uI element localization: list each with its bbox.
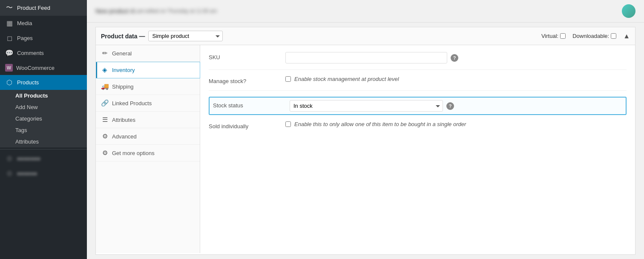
tab-label-inventory: Inventory — [112, 67, 135, 73]
sidebar-item-blurred2: ⚙ ■■■■■■ — [0, 166, 87, 181]
sold-individually-checkbox[interactable] — [285, 121, 291, 127]
product-data-label: Product data — — [101, 33, 145, 40]
collapse-button[interactable]: ▲ — [623, 32, 630, 40]
sku-control: ? — [285, 52, 627, 63]
manage-stock-area: Enable stock management at product level — [285, 76, 399, 82]
sidebar-item-label: Media — [17, 20, 32, 26]
inventory-tab-content: SKU ? Manage stock? Enable stock managem… — [200, 45, 635, 253]
general-icon: ✏ — [101, 49, 109, 57]
tab-inventory[interactable]: ◈ Inventory — [96, 62, 200, 78]
inventory-icon: ◈ — [101, 66, 109, 74]
tab-label-general: General — [112, 50, 132, 57]
stock-status-control: In stock Out of stock On backorder ? — [290, 100, 454, 112]
manage-stock-text: Enable stock management at product level — [294, 76, 399, 82]
sku-input[interactable] — [285, 52, 447, 63]
sidebar-item-product-feed[interactable]: 〜 Product Feed — [0, 0, 87, 16]
products-icon: ⬡ — [5, 78, 14, 86]
sidebar-item-label: Comments — [17, 50, 44, 56]
blurred-icon-2: ⚙ — [5, 170, 14, 178]
sidebar-subitem-add-new[interactable]: Add New — [0, 101, 87, 113]
linked-products-icon: 🔗 — [101, 99, 109, 107]
sidebar-item-products[interactable]: ⬡ Products — [0, 75, 87, 90]
tab-advanced[interactable]: ⚙ Advanced — [96, 128, 200, 145]
avatar — [622, 4, 635, 18]
top-bar: New product 4 Last edited on Thursday at… — [87, 0, 644, 23]
sidebar-item-blurred1: ⚙ ■■■■■■■ — [0, 151, 87, 166]
product-data-body: ✏ General ◈ Inventory 🚚 Shipping 🔗 Linke… — [96, 45, 635, 253]
virtual-download-area: Virtual: Downloadable: ▲ — [541, 32, 630, 40]
product-tabs: ✏ General ◈ Inventory 🚚 Shipping 🔗 Linke… — [96, 45, 200, 253]
tab-label-get-more-options: Get more options — [112, 150, 155, 156]
products-submenu: All Products Add New Categories Tags Att… — [0, 90, 87, 147]
sku-label: SKU — [209, 52, 285, 60]
tab-shipping[interactable]: 🚚 Shipping — [96, 78, 200, 95]
sidebar-blurred-label-2: ■■■■■■ — [17, 170, 37, 177]
virtual-checkbox[interactable] — [560, 33, 566, 39]
sold-individually-row: Sold individually Enable this to only al… — [209, 121, 627, 135]
get-more-options-icon: ⚙ — [101, 149, 109, 157]
product-feed-icon: 〜 — [5, 3, 14, 12]
downloadable-checkbox[interactable] — [611, 33, 616, 39]
product-title: New product 4 — [95, 8, 134, 14]
stock-status-row: Stock status In stock Out of stock On ba… — [209, 97, 627, 115]
sidebar-item-woocommerce[interactable]: W WooCommerce — [0, 60, 87, 75]
advanced-icon: ⚙ — [101, 132, 109, 140]
pages-icon: ◻ — [5, 34, 14, 42]
manage-stock-label: Manage stock? — [209, 76, 285, 84]
sidebar-subitem-tags[interactable]: Tags — [0, 124, 87, 136]
sku-help-icon[interactable]: ? — [451, 54, 458, 62]
sidebar-item-label: Products — [17, 79, 39, 86]
tab-attributes[interactable]: ☰ Attributes — [96, 112, 200, 128]
comments-icon: 💬 — [5, 49, 14, 57]
sold-individually-text: Enable this to only allow one of this it… — [294, 121, 466, 127]
stock-status-help-icon[interactable]: ? — [446, 102, 454, 110]
sidebar-item-label: Product Feed — [17, 5, 50, 11]
sidebar-item-media[interactable]: ▦ Media — [0, 16, 87, 31]
sidebar-item-label: WooCommerce — [16, 65, 55, 71]
downloadable-label: Downloadable: — [572, 33, 609, 39]
tab-label-advanced: Advanced — [112, 133, 137, 140]
main-content: New product 4 Last edited on Thursday at… — [87, 0, 644, 259]
sidebar-item-pages[interactable]: ◻ Pages — [0, 31, 87, 46]
sidebar-blurred-label-1: ■■■■■■■ — [17, 155, 40, 162]
stock-status-select[interactable]: In stock Out of stock On backorder — [290, 100, 443, 112]
sidebar-item-comments[interactable]: 💬 Comments — [0, 46, 87, 60]
shipping-icon: 🚚 — [101, 83, 109, 90]
last-edited: Last edited on Thursday at 11:00 am — [134, 8, 217, 14]
sku-row: SKU ? — [209, 52, 627, 70]
tab-linked-products[interactable]: 🔗 Linked Products — [96, 95, 200, 112]
tab-label-linked-products: Linked Products — [112, 100, 152, 106]
tab-general[interactable]: ✏ General — [96, 45, 200, 62]
sidebar-subitem-categories[interactable]: Categories — [0, 113, 87, 124]
tab-get-more-options[interactable]: ⚙ Get more options — [96, 145, 200, 161]
tab-label-attributes: Attributes — [112, 117, 135, 123]
sold-individually-label: Sold individually — [209, 121, 285, 130]
virtual-label: Virtual: — [541, 33, 558, 39]
attributes-icon: ☰ — [101, 116, 109, 124]
product-type-select[interactable]: Simple product Grouped product External/… — [148, 31, 223, 41]
media-icon: ▦ — [5, 19, 14, 27]
woocommerce-icon: W — [5, 64, 13, 72]
product-data-panel: Product data — Simple product Grouped pr… — [95, 27, 635, 255]
product-data-title: Product data — Simple product Grouped pr… — [101, 31, 223, 41]
sold-individually-area: Enable this to only allow one of this it… — [285, 121, 466, 127]
tab-label-shipping: Shipping — [112, 83, 134, 90]
virtual-checkbox-label[interactable]: Virtual: — [541, 33, 566, 39]
manage-stock-row: Manage stock? Enable stock management at… — [209, 76, 627, 91]
sidebar-subitem-all-products[interactable]: All Products — [0, 90, 87, 101]
stock-status-label: Stock status — [213, 100, 290, 109]
sidebar-divider — [0, 149, 87, 150]
manage-stock-checkbox[interactable] — [285, 76, 291, 82]
sidebar-subitem-attributes[interactable]: Attributes — [0, 136, 87, 147]
manage-stock-control: Enable stock management at product level — [285, 76, 627, 82]
blurred-icon-1: ⚙ — [5, 155, 14, 163]
sidebar: 〜 Product Feed ▦ Media ◻ Pages 💬 Comment… — [0, 0, 87, 259]
sold-individually-control: Enable this to only allow one of this it… — [285, 121, 627, 127]
sidebar-item-label: Pages — [17, 35, 33, 41]
downloadable-checkbox-label[interactable]: Downloadable: — [572, 33, 616, 39]
product-data-header: Product data — Simple product Grouped pr… — [96, 27, 635, 45]
